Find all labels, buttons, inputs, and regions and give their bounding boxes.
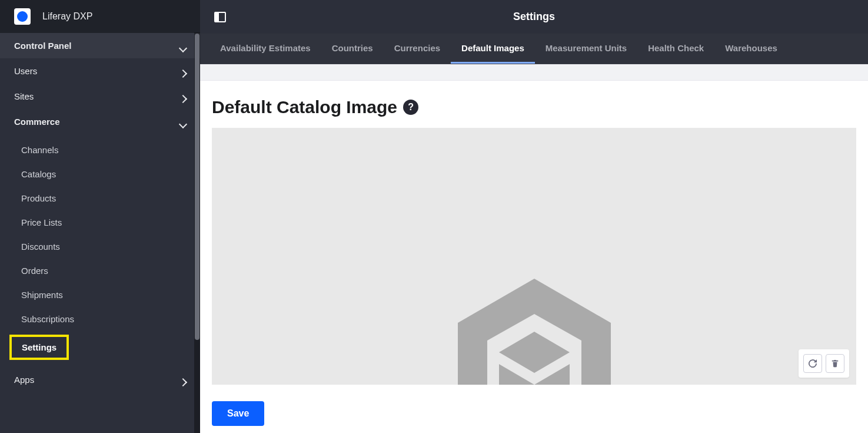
help-icon[interactable]: ? xyxy=(403,100,418,115)
chevron-down-icon xyxy=(180,119,186,125)
nav-users[interactable]: Users xyxy=(0,58,200,84)
brand-logo[interactable] xyxy=(14,8,31,25)
nav-sites-label: Sites xyxy=(14,91,34,101)
nav-apps[interactable]: Apps xyxy=(0,367,200,392)
refresh-button[interactable] xyxy=(803,354,822,373)
subnav-settings[interactable]: Settings xyxy=(9,335,69,360)
tab-default-images[interactable]: Default Images xyxy=(451,34,535,64)
chevron-right-icon xyxy=(180,377,186,383)
nav-commerce[interactable]: Commerce xyxy=(0,109,200,134)
tab-health-check[interactable]: Health Check xyxy=(637,34,714,64)
subnav-catalogs[interactable]: Catalogs xyxy=(0,162,200,186)
tab-currencies[interactable]: Currencies xyxy=(384,34,451,64)
nav-users-label: Users xyxy=(14,66,37,76)
topbar-title: Settings xyxy=(513,11,555,23)
brand-logo-inner xyxy=(17,11,28,22)
sidebar-scrollbar-thumb[interactable] xyxy=(195,34,199,340)
nav-section: Control Panel Users Sites Commerce Chann… xyxy=(0,33,200,392)
subnav-orders[interactable]: Orders xyxy=(0,259,200,283)
subnav-products[interactable]: Products xyxy=(0,186,200,210)
nav-commerce-label: Commerce xyxy=(14,117,60,127)
refresh-icon xyxy=(809,359,817,368)
nav-control-panel[interactable]: Control Panel xyxy=(0,33,200,58)
save-button[interactable]: Save xyxy=(212,401,264,426)
chevron-right-icon xyxy=(180,68,186,74)
tab-measurement-units[interactable]: Measurement Units xyxy=(535,34,637,64)
brand-name: Liferay DXP xyxy=(42,11,92,22)
commerce-subnav: Channels Catalogs Products Price Lists D… xyxy=(0,134,200,367)
subnav-settings-wrapper: Settings xyxy=(0,331,200,363)
tab-warehouses[interactable]: Warehouses xyxy=(714,34,788,64)
chevron-down-icon xyxy=(180,43,186,49)
panel-toggle-icon[interactable] xyxy=(214,12,226,22)
default-image-preview xyxy=(212,128,856,385)
tab-availability-estimates[interactable]: Availability Estimates xyxy=(209,34,321,64)
topbar: Settings xyxy=(200,0,868,34)
subnav-subscriptions[interactable]: Subscriptions xyxy=(0,307,200,331)
page-title: Default Catalog Image xyxy=(212,97,397,117)
chevron-right-icon xyxy=(180,94,186,100)
nav-control-panel-label: Control Panel xyxy=(14,41,72,51)
sidebar: Liferay DXP Control Panel Users Sites Co… xyxy=(0,0,200,433)
delete-button[interactable] xyxy=(826,354,844,373)
page-heading: Default Catalog Image ? xyxy=(212,97,856,117)
nav-apps-label: Apps xyxy=(14,375,34,385)
brand-header: Liferay DXP xyxy=(0,0,200,33)
tab-countries[interactable]: Countries xyxy=(321,34,384,64)
subnav-channels[interactable]: Channels xyxy=(0,138,200,162)
panel-toggle-left xyxy=(215,13,219,21)
image-actions xyxy=(799,349,849,378)
subnav-shipments[interactable]: Shipments xyxy=(0,283,200,307)
placeholder-image-icon xyxy=(446,273,623,385)
subnav-price-lists[interactable]: Price Lists xyxy=(0,210,200,234)
nav-sites[interactable]: Sites xyxy=(0,84,200,109)
trash-icon xyxy=(831,359,839,368)
tabbar: Availability Estimates Countries Currenc… xyxy=(200,34,868,64)
main-area: Settings Availability Estimates Countrie… xyxy=(200,0,868,433)
subnav-discounts[interactable]: Discounts xyxy=(0,234,200,259)
content: Default Catalog Image ? xyxy=(200,81,868,433)
breadcrumb-bar xyxy=(200,64,868,81)
